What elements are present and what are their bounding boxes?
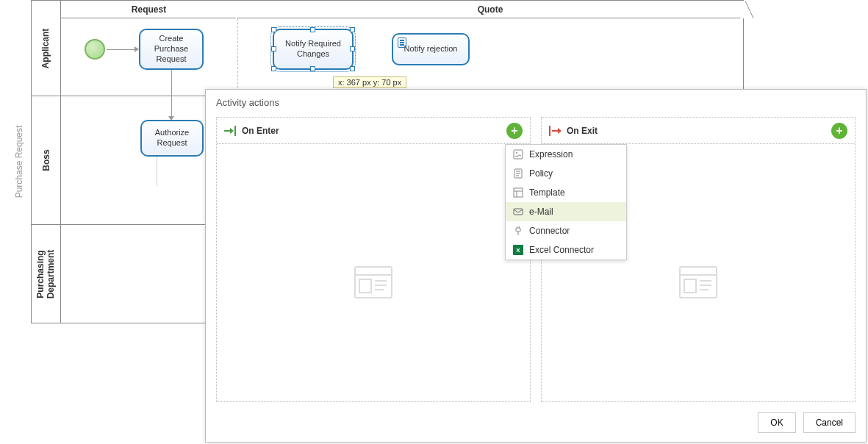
flow-start-to-create [107,49,134,50]
excel-icon: X [513,245,523,255]
svg-rect-2 [359,279,371,293]
svg-point-7 [516,152,517,154]
lane-body-applicant[interactable]: Request Quote Create Purchase Request [61,1,743,96]
menu-item-expression-label: Expression [529,149,573,160]
lane-label-boss-text: Boss [41,149,51,171]
ok-button-label: OK [770,418,783,428]
lane-label-boss: Boss [32,96,61,224]
template-icon [513,187,523,198]
on-exit-label: On Exit [567,126,598,136]
task-notify-changes-label: Notify Required Changes [285,39,341,60]
dialog-footer: OK Cancel [758,412,856,433]
menu-item-excel-connector-label: Excel Connector [529,245,594,255]
on-enter-header: On Enter + [217,118,530,144]
activity-actions-dialog: Activity actions On Enter + [205,89,867,443]
pool-label-text: Purchase Request [14,126,24,198]
flow-feedback [157,157,157,186]
on-exit-header: On Exit + [542,118,855,144]
dialog-body: On Enter + [206,117,866,402]
bpmn-start-event[interactable] [85,39,105,60]
svg-rect-6 [514,150,523,159]
script-task-icon [398,37,406,48]
selection-handle[interactable] [350,46,355,51]
phase-divider-applicant [237,18,238,96]
svg-rect-16 [516,228,520,232]
svg-rect-12 [514,188,523,197]
selection-handle[interactable] [350,66,355,71]
menu-item-template[interactable]: Template [506,183,626,202]
bpmn-task-create-purchase-request[interactable]: Create Purchase Request [139,29,204,70]
lane-label-applicant: Applicant [32,1,61,96]
on-exit-icon [549,126,561,136]
lane-label-purchasing-text: Purchasing Department [36,250,57,299]
menu-item-connector[interactable]: Connector [506,221,626,240]
dialog-title: Activity actions [206,90,866,117]
on-enter-panel: On Enter + [216,117,531,402]
menu-item-policy-label: Policy [529,168,553,179]
task-notify-rejection-label: Notify rejection [404,44,458,54]
add-action-menu: Expression Policy Template [505,144,627,260]
menu-item-connector-label: Connector [529,226,570,236]
menu-item-email[interactable]: e-Mail [506,202,626,221]
on-enter-label: On Enter [242,126,279,136]
coordinate-tooltip: x: 367 px y: 70 px [333,76,406,88]
lane-label-purchasing: Purchasing Department [32,225,61,323]
menu-item-template-label: Template [529,187,565,198]
menu-item-email-label: e-Mail [529,207,553,217]
flow-create-to-authorize [171,70,172,96]
cancel-button[interactable]: Cancel [803,412,856,433]
on-enter-add-button[interactable]: + [506,123,523,139]
bpmn-task-authorize-request[interactable]: Authorize Request [140,120,204,157]
menu-item-expression[interactable]: Expression [506,145,626,164]
bpmn-task-notify-rejection[interactable]: Notify rejection [392,33,470,65]
task-authorize-label: Authorize Request [155,128,189,148]
on-exit-add-button[interactable]: + [831,123,847,139]
dialog-title-text: Activity actions [216,97,279,108]
selection-handle[interactable] [271,27,276,32]
phase-header-request[interactable]: Request [61,1,237,18]
phase-header-quote-label: Quote [478,4,503,15]
policy-icon [513,168,523,179]
lane-applicant: Applicant Request Quote [32,0,743,96]
email-icon [513,207,523,217]
phase-header-request-label: Request [132,4,166,15]
lane-label-applicant-text: Applicant [41,28,51,68]
selection-handle[interactable] [310,66,315,71]
menu-item-policy[interactable]: Policy [506,164,626,183]
connector-icon [513,226,523,236]
selection-handle[interactable] [310,27,315,32]
svg-rect-15 [514,209,523,215]
pool-label: Purchase Request [9,0,29,323]
on-enter-placeholder-icon [354,266,392,298]
svg-rect-22 [684,279,696,293]
selection-handle[interactable] [271,46,276,51]
on-exit-placeholder-icon [679,266,717,298]
bpmn-task-notify-required-changes[interactable]: Notify Required Changes [273,29,354,70]
menu-item-excel-connector[interactable]: X Excel Connector [506,240,626,259]
ok-button[interactable]: OK [758,412,795,433]
phase-header-quote[interactable]: Quote [237,1,743,18]
on-enter-icon [224,126,236,136]
expression-icon [513,149,523,160]
selection-handle[interactable] [350,27,355,32]
task-create-label: Create Purchase Request [154,34,188,64]
coordinate-tooltip-text: x: 367 px y: 70 px [338,78,401,87]
flow-create-to-authorize-2 [171,96,172,117]
selection-handle[interactable] [271,66,276,71]
cancel-button-label: Cancel [816,418,843,428]
